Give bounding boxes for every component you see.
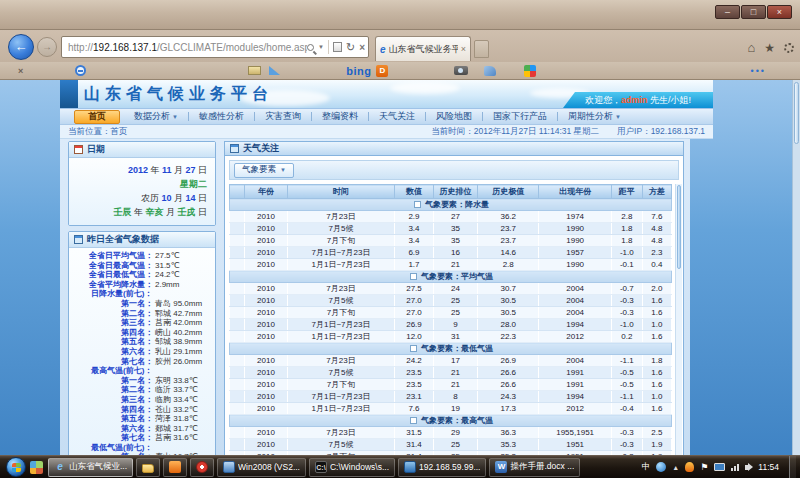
- address-bar[interactable]: http://192.168.137.1/GLCCLIMATE/modules/…: [61, 36, 369, 58]
- display-icon[interactable]: [714, 463, 725, 471]
- grid-header-cell[interactable]: 时间: [287, 185, 394, 199]
- table-row[interactable]: 20107月23日24.21726.92004-1.11.8: [230, 355, 672, 367]
- table-cell: 1.6: [642, 331, 671, 343]
- group-checkbox[interactable]: [414, 201, 421, 208]
- grid-header-cell[interactable]: 历史排位: [433, 185, 478, 199]
- browser-tab[interactable]: e 山东省气候业务平... ×: [375, 36, 471, 61]
- table-row[interactable]: 20101月1日~7月23日12.03122.320120.21.6: [230, 331, 672, 343]
- taskbar-task-media[interactable]: [190, 458, 214, 477]
- card-icon[interactable]: [248, 66, 261, 75]
- table-row[interactable]: 20107月下旬3.43523.719901.84.8: [230, 235, 672, 247]
- capture-icon[interactable]: [484, 66, 496, 76]
- more-options-icon[interactable]: •••: [751, 66, 766, 76]
- nav-item-7[interactable]: 国家下行产品: [483, 109, 557, 124]
- stop-icon[interactable]: ×: [359, 42, 365, 53]
- grid-group-row[interactable]: 气象要素：最高气温: [230, 415, 672, 427]
- table-row[interactable]: 20107月1日~7月23日23.1824.31994-1.11.0: [230, 391, 672, 403]
- group-checkbox[interactable]: [410, 345, 417, 352]
- nav-item-6[interactable]: 风险地图: [426, 109, 482, 124]
- maximize-button[interactable]: □: [741, 5, 766, 19]
- camera-icon[interactable]: [454, 66, 468, 75]
- grid-header-cell[interactable]: 年份: [245, 185, 288, 199]
- taskbar-task-cmd[interactable]: C:\C:\Windows\s...: [309, 458, 395, 477]
- table-row[interactable]: 20107月下旬27.02530.52004-0.31.6: [230, 307, 672, 319]
- favorites-star-icon[interactable]: ★: [764, 41, 775, 55]
- bing-logo[interactable]: bing: [346, 65, 371, 77]
- tools-gear-icon[interactable]: [784, 43, 794, 53]
- taskbar-task-ie[interactable]: e山东省气候业...: [48, 458, 133, 477]
- page-scrollbar[interactable]: [792, 80, 800, 455]
- grid-scrollbar[interactable]: [675, 184, 682, 455]
- ime-indicator[interactable]: 中: [642, 461, 651, 473]
- window-titlebar[interactable]: – □ ×: [0, 0, 800, 30]
- table-row[interactable]: 20107月5候3.43523.719901.84.8: [230, 223, 672, 235]
- dropdown-caret-icon[interactable]: ▼: [318, 44, 324, 50]
- table-cell: 1.6: [642, 295, 671, 307]
- nav-item-3[interactable]: 灾害查询: [255, 109, 311, 124]
- grid-header-cell[interactable]: 出现年份: [539, 185, 612, 199]
- nav-item-5[interactable]: 天气关注: [369, 109, 425, 124]
- refresh-icon[interactable]: ↻: [346, 41, 355, 54]
- grid-scrollbar-thumb[interactable]: [677, 185, 681, 269]
- table-row[interactable]: 20101月1日~7月23日7.61917.32012-0.41.6: [230, 403, 672, 415]
- network-icon[interactable]: [731, 464, 739, 471]
- home-icon[interactable]: ⌂: [747, 40, 755, 55]
- security-flame-icon[interactable]: [685, 462, 694, 472]
- nav-item-8[interactable]: 周期性分析▼: [558, 109, 631, 124]
- start-button[interactable]: [6, 457, 26, 477]
- forward-button[interactable]: →: [37, 37, 57, 57]
- taskbar-task-app[interactable]: Win2008 (VS2...: [217, 458, 306, 477]
- taskbar-task-folder[interactable]: [136, 458, 160, 477]
- minimize-button[interactable]: –: [715, 5, 740, 19]
- nav-item-4[interactable]: 整编资料: [312, 109, 368, 124]
- page-scrollbar-thumb[interactable]: [794, 82, 799, 144]
- table-row[interactable]: 20107月23日31.52936.31955,1951-0.32.5: [230, 427, 672, 439]
- tray-expand-icon[interactable]: ▲: [672, 464, 679, 471]
- toolbar-close-icon[interactable]: ×: [18, 66, 23, 76]
- mail-sail-icon[interactable]: [269, 66, 280, 75]
- grid-header-cell[interactable]: 历史极值: [478, 185, 539, 199]
- element-dropdown-button[interactable]: 气象要素 ▼: [234, 163, 294, 178]
- nav-item-2[interactable]: 敏感性分析: [189, 109, 254, 124]
- table-row[interactable]: 20107月23日2.92736.219742.87.6: [230, 211, 672, 223]
- new-tab-button[interactable]: [474, 40, 489, 58]
- tab-close-icon[interactable]: ×: [461, 44, 466, 54]
- plugin-icon[interactable]: D: [376, 65, 388, 77]
- nav-item-0[interactable]: 首页: [74, 110, 120, 124]
- table-row[interactable]: 20107月下旬23.52126.61991-0.51.6: [230, 379, 672, 391]
- nav-item-1[interactable]: 数据分析▼: [124, 109, 188, 124]
- show-desktop-button[interactable]: [789, 456, 796, 479]
- taskbar-clock[interactable]: 11:54: [758, 462, 779, 472]
- table-row[interactable]: 20107月5候27.02530.52004-0.31.6: [230, 295, 672, 307]
- table-row[interactable]: 20107月1日~7月23日26.9928.01994-1.01.0: [230, 319, 672, 331]
- ime-ball-icon[interactable]: [656, 462, 666, 472]
- table-cell: 7月1日~7月23日: [287, 319, 394, 331]
- table-row[interactable]: 20107月23日27.52430.72004-0.72.0: [230, 283, 672, 295]
- taskbar-task-word[interactable]: W操作手册.docx ...: [489, 458, 580, 477]
- grid-group-row[interactable]: 气象要素：降水量: [230, 199, 672, 211]
- table-row[interactable]: 20107月5候23.52126.61991-0.51.6: [230, 367, 672, 379]
- grid-header-cell[interactable]: 距平: [612, 185, 642, 199]
- table-cell: 7月23日: [287, 355, 394, 367]
- group-checkbox[interactable]: [410, 417, 417, 424]
- group-checkbox[interactable]: [410, 273, 417, 280]
- grid-group-row[interactable]: 气象要素：平均气温: [230, 271, 672, 283]
- taskbar-task-rdp[interactable]: 192.168.59.99...: [398, 458, 486, 477]
- blocker-icon[interactable]: [75, 65, 86, 76]
- date-segment: 壬辰: [113, 207, 131, 217]
- colorful-app-icon[interactable]: [524, 65, 536, 77]
- grid-header-cell[interactable]: 方差: [642, 185, 671, 199]
- table-row[interactable]: 20107月1日~7月23日6.91614.61957-1.02.3: [230, 247, 672, 259]
- compatibility-view-icon[interactable]: [333, 42, 342, 52]
- close-button[interactable]: ×: [767, 5, 792, 19]
- grid-group-row[interactable]: 气象要素：最低气温: [230, 343, 672, 355]
- search-icon[interactable]: [307, 44, 314, 51]
- back-button[interactable]: ←: [8, 34, 34, 60]
- grid-header-cell[interactable]: 数值: [395, 185, 434, 199]
- table-row[interactable]: 20107月5候31.42535.31951-0.31.9: [230, 439, 672, 451]
- action-center-flag-icon[interactable]: ⚑: [700, 462, 708, 472]
- volume-icon[interactable]: [745, 465, 749, 470]
- taskbar-task-orange[interactable]: [163, 458, 187, 477]
- table-row[interactable]: 20101月1日~7月23日1.7212.81990-0.10.4: [230, 259, 672, 271]
- pinned-app-icon[interactable]: [30, 461, 43, 474]
